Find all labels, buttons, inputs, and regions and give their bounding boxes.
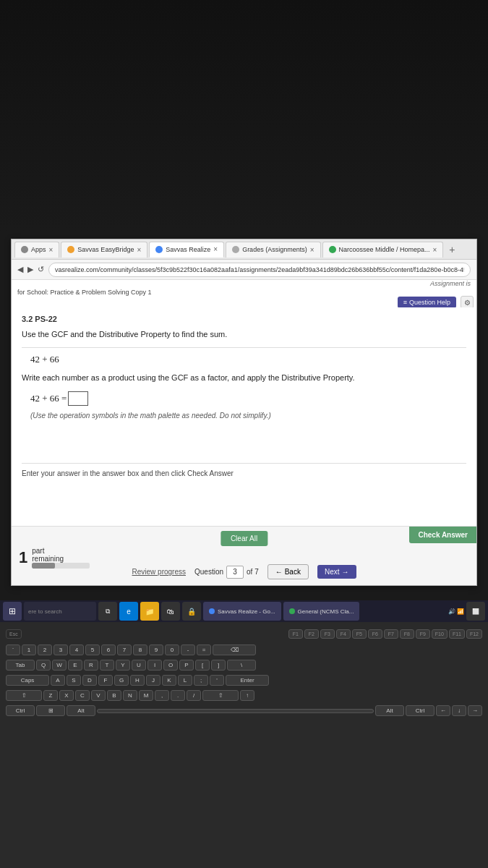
- key-win[interactable]: ⊞: [36, 705, 65, 716]
- new-tab-button[interactable]: +: [445, 242, 459, 258]
- key-quote[interactable]: ': [210, 675, 224, 686]
- taskbar-app-realize[interactable]: Savvas Realize - Go...: [203, 602, 281, 621]
- key-down[interactable]: ↓: [452, 705, 466, 716]
- address-input[interactable]: [48, 263, 471, 277]
- key-f10[interactable]: F10: [432, 629, 448, 639]
- key-8[interactable]: 8: [133, 644, 147, 655]
- key-backslash[interactable]: \: [227, 660, 256, 671]
- key-minus[interactable]: -: [181, 644, 195, 655]
- key-f7[interactable]: F7: [384, 629, 398, 639]
- store-icon[interactable]: 🛍: [161, 602, 180, 621]
- key-capslock[interactable]: Caps: [6, 675, 49, 686]
- key-space[interactable]: [97, 709, 374, 713]
- key-w[interactable]: W: [52, 660, 67, 671]
- key-p[interactable]: P: [179, 660, 194, 671]
- taskview-icon[interactable]: ⧉: [98, 602, 117, 621]
- key-lbracket[interactable]: [: [195, 660, 210, 671]
- key-comma[interactable]: ,: [155, 690, 169, 701]
- key-alt-l[interactable]: Alt: [67, 705, 95, 716]
- key-ctrl-l[interactable]: Ctrl: [6, 705, 35, 716]
- forward-nav-icon[interactable]: ▶: [27, 265, 33, 274]
- key-7[interactable]: 7: [117, 644, 132, 655]
- search-taskbar[interactable]: ere to search: [24, 602, 96, 621]
- tab-easybridge[interactable]: Savvas EasyBridge ×: [61, 242, 147, 258]
- key-equals[interactable]: =: [197, 644, 211, 655]
- key-m[interactable]: M: [139, 690, 153, 701]
- key-2[interactable]: 2: [38, 644, 52, 655]
- key-f9[interactable]: F9: [416, 629, 430, 639]
- key-backtick[interactable]: `: [6, 644, 20, 655]
- key-f3[interactable]: F3: [320, 629, 335, 639]
- key-b[interactable]: B: [107, 690, 121, 701]
- key-r[interactable]: R: [84, 660, 98, 671]
- key-tab[interactable]: Tab: [6, 660, 35, 671]
- taskbar-minimize[interactable]: ⬜: [466, 602, 485, 621]
- key-slash[interactable]: /: [187, 690, 201, 701]
- key-h[interactable]: H: [130, 675, 145, 686]
- tab-narcoossee[interactable]: Narcoossee Middle / Homepa... ×: [322, 242, 444, 258]
- answer-input-box[interactable]: [68, 391, 88, 406]
- key-enter[interactable]: Enter: [226, 675, 269, 686]
- key-1[interactable]: 1: [22, 644, 36, 655]
- key-4[interactable]: 4: [69, 644, 84, 655]
- key-f8[interactable]: F8: [400, 629, 414, 639]
- key-d[interactable]: D: [82, 675, 97, 686]
- key-f[interactable]: F: [98, 675, 113, 686]
- next-button[interactable]: Next → Next →: [317, 565, 356, 579]
- key-3[interactable]: 3: [53, 644, 68, 655]
- key-rshift[interactable]: ⇧: [202, 690, 239, 701]
- back-nav-icon[interactable]: ◀: [17, 265, 23, 274]
- key-f4[interactable]: F4: [336, 629, 351, 639]
- taskbar-app-general[interactable]: General (NCMS Cla...: [283, 602, 360, 621]
- file-explorer-icon[interactable]: 📁: [140, 602, 159, 621]
- key-e[interactable]: E: [68, 660, 82, 671]
- key-period[interactable]: .: [171, 690, 185, 701]
- tab-close-apps[interactable]: ×: [49, 246, 53, 254]
- key-rbracket[interactable]: ]: [211, 660, 226, 671]
- clear-all-button[interactable]: Clear All: [221, 531, 267, 546]
- key-6[interactable]: 6: [101, 644, 116, 655]
- key-9[interactable]: 9: [149, 644, 163, 655]
- key-f1[interactable]: F1: [288, 629, 303, 639]
- lock-icon[interactable]: 🔒: [182, 602, 201, 621]
- key-ctrl-r[interactable]: Ctrl: [406, 705, 435, 716]
- key-u[interactable]: U: [132, 660, 146, 671]
- back-button[interactable]: ← ← Back Back: [267, 564, 309, 579]
- start-button[interactable]: ⊞: [3, 602, 22, 621]
- key-alt-r[interactable]: Alt: [375, 705, 404, 716]
- key-g[interactable]: G: [114, 675, 129, 686]
- key-s[interactable]: S: [67, 675, 81, 686]
- tab-close-easybridge[interactable]: ×: [137, 246, 141, 254]
- review-progress-link[interactable]: Review progress: [132, 568, 186, 576]
- key-left[interactable]: ←: [436, 705, 450, 716]
- key-j[interactable]: J: [146, 675, 160, 686]
- key-y[interactable]: Y: [116, 660, 130, 671]
- tab-grades[interactable]: Grades (Assignments) ×: [226, 242, 320, 258]
- key-f12[interactable]: F12: [466, 629, 482, 639]
- key-o[interactable]: O: [163, 660, 178, 671]
- key-semicolon[interactable]: ;: [194, 675, 208, 686]
- key-up[interactable]: ↑: [240, 690, 254, 701]
- key-l[interactable]: L: [178, 675, 192, 686]
- key-f2[interactable]: F2: [304, 629, 319, 639]
- key-f5[interactable]: F5: [352, 629, 367, 639]
- tab-apps[interactable]: Apps ×: [14, 242, 59, 258]
- key-0[interactable]: 0: [165, 644, 179, 655]
- edge-icon[interactable]: e: [119, 602, 138, 621]
- refresh-icon[interactable]: ↺: [38, 265, 44, 274]
- key-t[interactable]: T: [100, 660, 114, 671]
- key-i[interactable]: I: [147, 660, 162, 671]
- key-lshift[interactable]: ⇧: [6, 690, 42, 701]
- key-5[interactable]: 5: [85, 644, 100, 655]
- key-x[interactable]: X: [59, 690, 74, 701]
- check-answer-button[interactable]: Check Answer: [409, 527, 476, 543]
- tab-close-grades[interactable]: ×: [310, 246, 314, 254]
- key-f11[interactable]: F11: [449, 629, 465, 639]
- key-k[interactable]: K: [162, 675, 176, 686]
- tab-close-realize[interactable]: ×: [213, 245, 218, 253]
- question-help-button[interactable]: ≡ Question Help: [398, 297, 456, 308]
- key-n[interactable]: N: [123, 690, 137, 701]
- key-v[interactable]: V: [91, 690, 106, 701]
- key-a[interactable]: A: [51, 675, 65, 686]
- key-q[interactable]: Q: [36, 660, 51, 671]
